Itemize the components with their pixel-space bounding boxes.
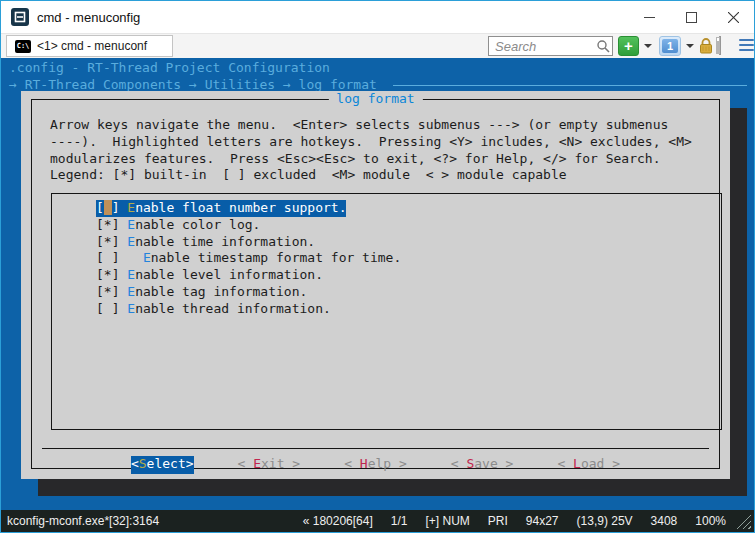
button-hotkey: E xyxy=(253,456,261,471)
checkbox-state: * xyxy=(104,284,112,299)
conemu-logo-icon xyxy=(11,8,29,26)
maximize-button[interactable] xyxy=(670,1,712,33)
conemu-window: cmd - menuconfig C:\ <1> cmd - menuconf … xyxy=(0,0,755,533)
minimize-button[interactable] xyxy=(628,1,670,33)
status-segment: 1/1 xyxy=(391,514,408,528)
button-bracket-left: < xyxy=(344,456,360,471)
list-item-line: [*] Enable time information. xyxy=(96,234,315,251)
checkbox-open-bracket: [ xyxy=(96,267,104,282)
dialog-title: log format xyxy=(328,91,422,108)
checkbox-state: * xyxy=(104,267,112,282)
list-item[interactable]: [*] Enable time information. xyxy=(52,234,721,251)
checkbox-state xyxy=(104,200,112,215)
status-segment: 100% xyxy=(695,514,726,528)
list-item-line: [ ] Enable thread information. xyxy=(96,301,331,318)
button-bracket-left: < xyxy=(238,456,254,471)
checkbox-state xyxy=(104,250,112,265)
item-label: nable time information. xyxy=(135,234,315,249)
hotkey-letter: E xyxy=(127,284,135,299)
checkbox-open-bracket: [ xyxy=(96,284,104,299)
button-row: <Select>< Exit >< Help >< Save >< Load > xyxy=(42,456,709,474)
console-list-dropdown-icon[interactable] xyxy=(686,44,694,48)
checkbox-open-bracket: [ xyxy=(96,200,104,215)
button-hotkey: H xyxy=(360,456,368,471)
list-item-line: [ ] Enable timestamp format for time. xyxy=(96,250,401,267)
button-hotkey: L xyxy=(573,456,581,471)
button-bracket-right: xit > xyxy=(261,456,300,471)
checkbox-open-bracket: [ xyxy=(96,301,104,316)
scroll-buffer-icon[interactable] xyxy=(719,37,721,55)
save-button[interactable]: < Save > xyxy=(451,456,514,474)
search-box xyxy=(488,36,613,56)
title-bar: cmd - menuconfig xyxy=(1,1,754,33)
status-segment: 94x27 xyxy=(526,514,559,528)
list-item[interactable]: [*] Enable color log. xyxy=(52,217,721,234)
item-label: nable timestamp format for time. xyxy=(151,250,401,265)
new-console-dropdown-icon[interactable] xyxy=(644,44,652,48)
item-label: nable tag information. xyxy=(135,284,307,299)
item-label: nable float number support. xyxy=(135,200,346,215)
button-bracket-right: elp > xyxy=(368,456,407,471)
status-segment: « 180206[64] xyxy=(303,514,373,528)
status-segment: [+] NUM xyxy=(425,514,469,528)
list-item-line: [*] Enable color log. xyxy=(96,217,260,234)
list-item[interactable]: [*] Enable level information. xyxy=(52,267,721,284)
active-console-button[interactable]: 1 xyxy=(659,36,681,56)
list-item[interactable]: [ ] Enable timestamp format for time. xyxy=(52,250,721,267)
select-button[interactable]: <Select> xyxy=(131,456,194,474)
status-right: « 180206[64]1/1[+] NUMPRI94x27(13,9) 25V… xyxy=(303,514,726,528)
checkbox-state xyxy=(104,301,112,316)
checkbox-open-bracket: [ xyxy=(96,217,104,232)
tab-cmd-menuconf[interactable]: C:\ <1> cmd - menuconf xyxy=(6,35,173,57)
tab-label: <1> cmd - menuconf xyxy=(37,39,147,53)
status-bar: kconfig-mconf.exe*[32]:3164 « 180206[64]… xyxy=(1,510,754,532)
exit-button[interactable]: < Exit > xyxy=(238,456,301,474)
window-title: cmd - menuconfig xyxy=(37,10,140,25)
status-segment: PRI xyxy=(488,514,508,528)
list-item-line: [*] Enable tag information. xyxy=(96,284,307,301)
hotkey-letter: E xyxy=(127,267,135,282)
console-number: 1 xyxy=(662,39,678,53)
search-icon xyxy=(596,39,610,57)
button-bracket-right: oad > xyxy=(581,456,620,471)
option-list: [ ] Enable float number support.[*] Enab… xyxy=(51,193,722,430)
hotkey-letter: E xyxy=(127,217,135,232)
checkbox-state: * xyxy=(104,217,112,232)
button-bracket-right: ave > xyxy=(474,456,513,471)
list-item-line: [*] Enable level information. xyxy=(96,267,323,284)
button-bracket-right: elect> xyxy=(147,456,194,471)
search-input[interactable] xyxy=(488,36,613,56)
status-segment: 3408 xyxy=(651,514,678,528)
close-button[interactable] xyxy=(712,1,754,33)
button-hotkey: S xyxy=(139,456,147,471)
list-item[interactable]: [*] Enable tag information. xyxy=(52,284,721,301)
list-item-line: [ ] Enable float number support. xyxy=(96,200,346,217)
tab-bar: C:\ <1> cmd - menuconf + 1 xyxy=(1,33,754,58)
item-label: nable level information. xyxy=(135,267,323,282)
list-item[interactable]: [ ] Enable thread information. xyxy=(52,301,721,318)
button-bracket-left: < xyxy=(451,456,467,471)
resize-grip-icon[interactable] xyxy=(736,514,751,529)
button-separator xyxy=(42,448,709,449)
button-bracket-left: < xyxy=(131,456,139,471)
log-format-dialog: log format Arrow keys navigate the menu.… xyxy=(21,91,730,479)
hotkey-letter: E xyxy=(127,301,135,316)
status-segment: (13,9) 25V xyxy=(577,514,633,528)
item-label: nable color log. xyxy=(135,217,260,232)
list-item[interactable]: [ ] Enable float number support. xyxy=(52,200,721,217)
hotkey-letter: E xyxy=(143,250,151,265)
lock-icon[interactable] xyxy=(698,37,714,58)
menu-icon[interactable] xyxy=(739,39,754,51)
new-console-button[interactable]: + xyxy=(618,36,639,56)
hotkey-letter: E xyxy=(127,234,135,249)
load-button[interactable]: < Load > xyxy=(557,456,620,474)
item-indent xyxy=(119,250,142,265)
button-bracket-left: < xyxy=(557,456,573,471)
help-button[interactable]: < Help > xyxy=(344,456,407,474)
cmd-icon: C:\ xyxy=(15,40,31,53)
hotkey-letter: E xyxy=(127,200,135,215)
checkbox-state: * xyxy=(104,234,112,249)
checkbox-open-bracket: [ xyxy=(96,234,104,249)
status-process: kconfig-mconf.exe*[32]:3164 xyxy=(1,514,159,528)
dialog-border: log format Arrow keys navigate the menu.… xyxy=(31,99,720,469)
